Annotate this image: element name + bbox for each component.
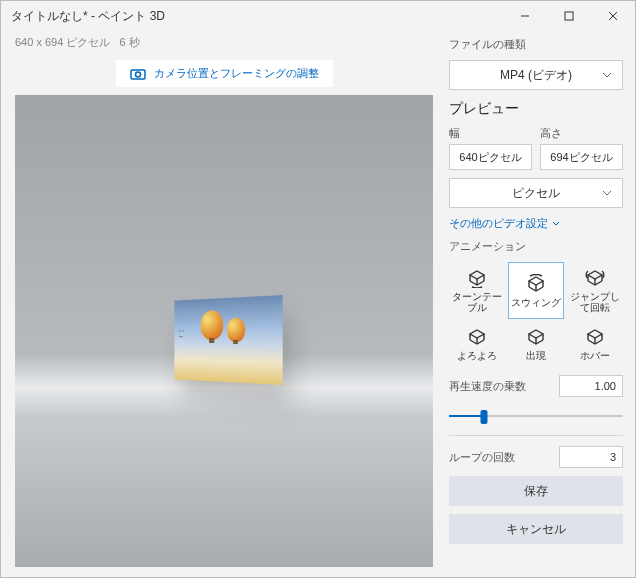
- width-input[interactable]: 640ピクセル: [449, 144, 532, 170]
- speed-input[interactable]: 1.00: [559, 375, 623, 397]
- preview-subject: ˇ ˇˇˇ: [175, 295, 283, 385]
- anim-hover[interactable]: ホバー: [566, 321, 623, 367]
- anim-turntable[interactable]: ターンテーブル: [449, 262, 506, 319]
- save-button[interactable]: 保存: [449, 476, 623, 506]
- unit-select[interactable]: ピクセル: [449, 178, 623, 208]
- balloon-1: [201, 310, 224, 340]
- svg-marker-14: [588, 271, 602, 279]
- slider-thumb[interactable]: [480, 410, 487, 424]
- svg-marker-26: [588, 330, 602, 338]
- cube-appear-icon: [526, 327, 546, 347]
- cube-swing-icon: [526, 274, 546, 294]
- divider: [449, 435, 623, 436]
- speed-label: 再生速度の乗数: [449, 379, 526, 394]
- cube-hover-icon: [585, 327, 605, 347]
- right-panel: ファイルの種類 MP4 (ビデオ) プレビュー 幅 640ピクセル 高さ 694…: [443, 31, 635, 577]
- loops-label: ループの回数: [449, 450, 515, 465]
- titlebar: タイトルなし* - ペイント 3D: [1, 1, 635, 31]
- svg-marker-18: [470, 330, 484, 338]
- animation-grid: ターンテーブル スウィング ジャンプして回転 よろよろ 出現: [449, 262, 623, 367]
- loops-input[interactable]: 3: [559, 446, 623, 468]
- export-dialog: タイトルなし* - ペイント 3D 640 x 694 ピクセル 6 秒 カメラ…: [0, 0, 636, 578]
- balloon-2: [227, 317, 245, 342]
- preview-canvas[interactable]: ˇ ˇˇˇ: [15, 95, 433, 567]
- height-label: 高さ: [540, 126, 623, 141]
- window-title: タイトルなし* - ペイント 3D: [11, 8, 503, 25]
- anim-jump-rotate[interactable]: ジャンプして回転: [566, 262, 623, 319]
- window-controls: [503, 1, 635, 31]
- svg-marker-22: [529, 330, 543, 338]
- chevron-down-icon: [602, 188, 612, 198]
- chevron-down-icon: [602, 70, 612, 80]
- chevron-down-icon: [552, 220, 560, 228]
- animation-label: アニメーション: [449, 239, 623, 254]
- unit-value: ピクセル: [512, 185, 560, 202]
- height-input[interactable]: 694ピクセル: [540, 144, 623, 170]
- left-panel: 640 x 694 ピクセル 6 秒 カメラ位置とフレーミングの調整 ˇ ˇˇˇ: [1, 31, 443, 577]
- maximize-button[interactable]: [547, 1, 591, 31]
- anim-appear[interactable]: 出現: [508, 321, 565, 367]
- filetype-select[interactable]: MP4 (ビデオ): [449, 60, 623, 90]
- speed-slider[interactable]: [449, 407, 623, 425]
- birds-icon: ˇ ˇˇˇ: [180, 330, 185, 341]
- minimize-button[interactable]: [503, 1, 547, 31]
- camera-button-label: カメラ位置とフレーミングの調整: [154, 66, 319, 81]
- anim-swing[interactable]: スウィング: [508, 262, 565, 319]
- close-button[interactable]: [591, 1, 635, 31]
- anim-wobble[interactable]: よろよろ: [449, 321, 506, 367]
- filetype-label: ファイルの種類: [449, 37, 623, 52]
- cancel-button[interactable]: キャンセル: [449, 514, 623, 544]
- filetype-value: MP4 (ビデオ): [500, 67, 572, 84]
- preview-section-title: プレビュー: [449, 100, 623, 118]
- cube-wobble-icon: [467, 327, 487, 347]
- cube-turntable-icon: [467, 268, 487, 288]
- more-video-settings[interactable]: その他のビデオ設定: [449, 216, 623, 231]
- camera-framing-button[interactable]: カメラ位置とフレーミングの調整: [116, 60, 333, 87]
- svg-marker-10: [529, 277, 543, 285]
- width-label: 幅: [449, 126, 532, 141]
- dimensions-meta: 640 x 694 ピクセル 6 秒: [15, 35, 433, 50]
- svg-rect-1: [565, 12, 573, 20]
- svg-point-5: [135, 72, 140, 77]
- cube-jump-icon: [585, 268, 605, 288]
- svg-marker-6: [470, 271, 484, 279]
- camera-icon: [130, 68, 146, 80]
